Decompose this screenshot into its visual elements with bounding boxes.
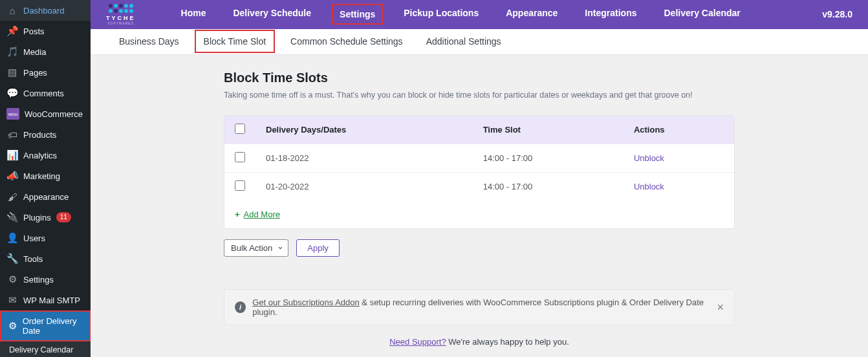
analytics-icon: 📊 xyxy=(6,149,18,161)
sidebar-item-products[interactable]: 🏷Products xyxy=(0,124,91,145)
sidebar-item-label: Analytics xyxy=(23,151,57,160)
main-content: TYCHE SOFTWARES Home Delivery Schedule S… xyxy=(91,0,868,357)
sidebar-item-tools[interactable]: 🔧Tools xyxy=(0,248,91,269)
plugin-topbar: TYCHE SOFTWARES Home Delivery Schedule S… xyxy=(91,0,868,29)
unblock-link[interactable]: Unblock xyxy=(634,182,664,191)
sidebar-item-woocommerce[interactable]: wooWooCommerce xyxy=(0,103,91,124)
apply-button[interactable]: Apply xyxy=(296,239,340,257)
plugin-version: v9.28.0 xyxy=(822,9,852,19)
info-icon: i xyxy=(235,301,246,313)
sidebar-item-posts[interactable]: 📌Posts xyxy=(0,21,91,41)
sidebar-item-label: WP Mail SMTP xyxy=(23,296,80,305)
sidebar-item-order-delivery-date[interactable]: ⚙Order Delivery Date xyxy=(0,310,91,341)
topnav-integrations[interactable]: Integrations xyxy=(578,4,643,25)
row-checkbox[interactable] xyxy=(235,152,245,162)
sidebar-item-analytics[interactable]: 📊Analytics xyxy=(0,145,91,166)
table-row: 01-18-202214:00 - 17:00Unblock xyxy=(224,144,734,173)
sidebar-item-label: Pages xyxy=(23,68,47,78)
sidebar-item-label: Dashboard xyxy=(23,6,65,16)
brand-subtitle: SOFTWARES xyxy=(108,21,134,25)
sidebar-item-label: Posts xyxy=(23,27,45,36)
row-date: 01-20-2022 xyxy=(255,173,473,201)
sidebar-item-label: Order Delivery Date xyxy=(23,316,83,336)
product-icon: 🏷 xyxy=(6,129,18,140)
tyche-logo: TYCHE SOFTWARES xyxy=(106,4,136,25)
sidebar-item-label: Plugins xyxy=(23,213,51,222)
topnav-delivery-calendar[interactable]: Delivery Calendar xyxy=(657,4,746,25)
bulk-action-select[interactable]: Bulk Action xyxy=(224,239,288,257)
select-all-checkbox[interactable] xyxy=(235,124,245,134)
topnav-pickup-locations[interactable]: Pickup Locations xyxy=(397,4,485,25)
tools-icon: 🔧 xyxy=(6,253,18,265)
page-icon: ▤ xyxy=(6,67,18,78)
marketing-icon: 📣 xyxy=(6,170,18,182)
need-support-link[interactable]: Need Support? xyxy=(389,337,446,347)
sidebar-item-label: Tools xyxy=(23,254,43,264)
page-title: Block Time Slots xyxy=(224,70,735,85)
footer-support: Need Support? We're always happy to help… xyxy=(156,325,803,347)
sidebar-item-label: Settings xyxy=(23,275,54,285)
settings-subnav: Business Days Block Time Slot Common Sch… xyxy=(91,29,868,55)
subnav-additional-settings[interactable]: Additional Settings xyxy=(418,31,509,52)
comment-icon: 💬 xyxy=(6,87,18,99)
subnav-business-days[interactable]: Business Days xyxy=(111,31,187,52)
topnav-home[interactable]: Home xyxy=(175,4,213,25)
wp-admin-sidebar: ⌂Dashboard 📌Posts 🎵Media ▤Pages 💬Comment… xyxy=(0,0,91,357)
col-actions: Actions xyxy=(624,116,734,144)
sidebar-item-users[interactable]: 👤Users xyxy=(0,228,91,248)
sidebar-item-label: Comments xyxy=(23,89,64,98)
row-checkbox[interactable] xyxy=(235,180,245,191)
gear-icon: ⚙ xyxy=(8,320,17,332)
sidebar-item-marketing[interactable]: 📣Marketing xyxy=(0,166,91,186)
sidebar-item-label: Appearance xyxy=(23,192,69,202)
sidebar-item-label: Users xyxy=(23,233,45,243)
sidebar-item-comments[interactable]: 💬Comments xyxy=(0,83,91,103)
add-more-link[interactable]: Add More xyxy=(244,210,280,219)
sidebar-item-media[interactable]: 🎵Media xyxy=(0,41,91,62)
col-delivery-dates: Delivery Days/Dates xyxy=(255,116,473,144)
subscriptions-addon-link[interactable]: Get our Subscriptions Addon xyxy=(252,298,360,307)
subnav-block-time-slot[interactable]: Block Time Slot xyxy=(195,30,275,53)
sidebar-item-settings[interactable]: ⚙Settings xyxy=(0,269,91,290)
sidebar-sub-delivery-calendar[interactable]: Delivery Calendar xyxy=(0,341,91,357)
close-icon[interactable]: × xyxy=(717,301,724,314)
table-row: 01-20-202214:00 - 17:00Unblock xyxy=(224,173,734,201)
block-time-slots-table-card: Delivery Days/Dates Time Slot Actions 01… xyxy=(224,115,735,229)
sidebar-item-appearance[interactable]: 🖌Appearance xyxy=(0,186,91,207)
row-slot: 14:00 - 17:00 xyxy=(473,173,624,201)
footer-text: We're always happy to help you. xyxy=(446,337,569,347)
topnav-delivery-schedule[interactable]: Delivery Schedule xyxy=(226,4,318,25)
media-icon: 🎵 xyxy=(6,46,18,58)
sidebar-item-pages[interactable]: ▤Pages xyxy=(0,62,91,83)
row-date: 01-18-2022 xyxy=(255,144,473,173)
row-slot: 14:00 - 17:00 xyxy=(473,144,624,173)
topnav-appearance[interactable]: Appearance xyxy=(499,4,564,25)
brand-name: TYCHE xyxy=(106,15,136,21)
mail-icon: ✉ xyxy=(6,294,18,306)
sidebar-item-label: Products xyxy=(23,130,56,140)
woo-icon: woo xyxy=(6,108,19,120)
sidebar-item-label: Marketing xyxy=(23,171,60,181)
settings-icon: ⚙ xyxy=(6,274,18,285)
plugin-topnav: Home Delivery Schedule Settings Pickup L… xyxy=(175,4,823,25)
unblock-link[interactable]: Unblock xyxy=(634,153,664,163)
sidebar-item-wp-mail-smtp[interactable]: ✉WP Mail SMTP xyxy=(0,290,91,310)
appearance-icon: 🖌 xyxy=(6,191,18,202)
users-icon: 👤 xyxy=(6,232,18,244)
topnav-settings[interactable]: Settings xyxy=(332,4,383,25)
pin-icon: 📌 xyxy=(6,25,18,37)
dashboard-icon: ⌂ xyxy=(6,5,18,16)
col-time-slot: Time Slot xyxy=(473,116,624,144)
plugin-count-badge: 11 xyxy=(56,212,71,222)
subnav-common-schedule[interactable]: Common Schedule Settings xyxy=(283,31,411,52)
plus-icon: + xyxy=(235,210,240,219)
sidebar-item-label: WooCommerce xyxy=(25,109,83,119)
plugin-icon: 🔌 xyxy=(6,211,18,223)
sidebar-item-plugins[interactable]: 🔌Plugins11 xyxy=(0,207,91,228)
page-description: Taking some time off is a must. That's w… xyxy=(224,91,735,100)
sidebar-item-dashboard[interactable]: ⌂Dashboard xyxy=(0,0,91,21)
sidebar-item-label: Media xyxy=(23,47,46,57)
subscription-notice: i Get our Subscriptions Addon & setup re… xyxy=(224,289,735,325)
